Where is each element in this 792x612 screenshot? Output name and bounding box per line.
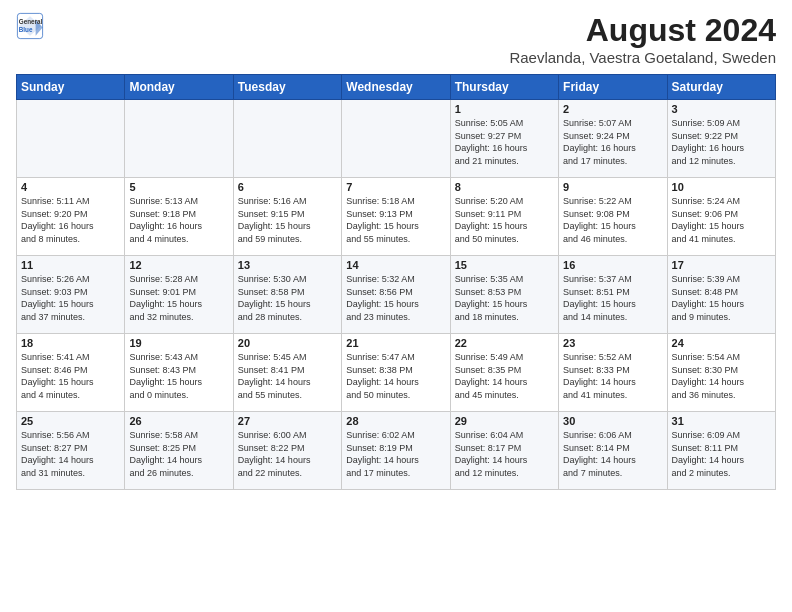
page: General Blue August 2024 Raevlanda, Vaes… (0, 0, 792, 498)
day-number: 6 (238, 181, 337, 193)
logo-icon: General Blue (16, 12, 44, 40)
day-info: Sunrise: 5:22 AM Sunset: 9:08 PM Dayligh… (563, 195, 662, 245)
location: Raevlanda, Vaestra Goetaland, Sweden (509, 49, 776, 66)
day-cell: 6Sunrise: 5:16 AM Sunset: 9:15 PM Daylig… (233, 178, 341, 256)
col-friday: Friday (559, 75, 667, 100)
day-number: 22 (455, 337, 554, 349)
day-info: Sunrise: 5:11 AM Sunset: 9:20 PM Dayligh… (21, 195, 120, 245)
day-cell: 14Sunrise: 5:32 AM Sunset: 8:56 PM Dayli… (342, 256, 450, 334)
day-info: Sunrise: 5:39 AM Sunset: 8:48 PM Dayligh… (672, 273, 771, 323)
day-number: 16 (563, 259, 662, 271)
day-number: 3 (672, 103, 771, 115)
day-cell (233, 100, 341, 178)
day-number: 12 (129, 259, 228, 271)
day-info: Sunrise: 5:28 AM Sunset: 9:01 PM Dayligh… (129, 273, 228, 323)
day-number: 28 (346, 415, 445, 427)
day-cell: 25Sunrise: 5:56 AM Sunset: 8:27 PM Dayli… (17, 412, 125, 490)
day-number: 9 (563, 181, 662, 193)
day-cell: 21Sunrise: 5:47 AM Sunset: 8:38 PM Dayli… (342, 334, 450, 412)
day-cell: 24Sunrise: 5:54 AM Sunset: 8:30 PM Dayli… (667, 334, 775, 412)
day-cell: 1Sunrise: 5:05 AM Sunset: 9:27 PM Daylig… (450, 100, 558, 178)
day-cell: 17Sunrise: 5:39 AM Sunset: 8:48 PM Dayli… (667, 256, 775, 334)
day-info: Sunrise: 6:04 AM Sunset: 8:17 PM Dayligh… (455, 429, 554, 479)
header: General Blue August 2024 Raevlanda, Vaes… (16, 12, 776, 66)
day-info: Sunrise: 5:24 AM Sunset: 9:06 PM Dayligh… (672, 195, 771, 245)
day-cell: 13Sunrise: 5:30 AM Sunset: 8:58 PM Dayli… (233, 256, 341, 334)
day-cell: 27Sunrise: 6:00 AM Sunset: 8:22 PM Dayli… (233, 412, 341, 490)
day-info: Sunrise: 5:45 AM Sunset: 8:41 PM Dayligh… (238, 351, 337, 401)
day-info: Sunrise: 5:09 AM Sunset: 9:22 PM Dayligh… (672, 117, 771, 167)
day-info: Sunrise: 5:16 AM Sunset: 9:15 PM Dayligh… (238, 195, 337, 245)
day-number: 31 (672, 415, 771, 427)
col-thursday: Thursday (450, 75, 558, 100)
day-cell (17, 100, 125, 178)
day-cell: 15Sunrise: 5:35 AM Sunset: 8:53 PM Dayli… (450, 256, 558, 334)
day-number: 27 (238, 415, 337, 427)
day-number: 17 (672, 259, 771, 271)
day-info: Sunrise: 5:20 AM Sunset: 9:11 PM Dayligh… (455, 195, 554, 245)
day-cell: 2Sunrise: 5:07 AM Sunset: 9:24 PM Daylig… (559, 100, 667, 178)
day-number: 19 (129, 337, 228, 349)
day-cell: 26Sunrise: 5:58 AM Sunset: 8:25 PM Dayli… (125, 412, 233, 490)
day-number: 24 (672, 337, 771, 349)
day-info: Sunrise: 5:35 AM Sunset: 8:53 PM Dayligh… (455, 273, 554, 323)
col-tuesday: Tuesday (233, 75, 341, 100)
day-number: 14 (346, 259, 445, 271)
day-info: Sunrise: 5:52 AM Sunset: 8:33 PM Dayligh… (563, 351, 662, 401)
day-number: 21 (346, 337, 445, 349)
month-year: August 2024 (509, 12, 776, 49)
day-cell: 20Sunrise: 5:45 AM Sunset: 8:41 PM Dayli… (233, 334, 341, 412)
day-info: Sunrise: 5:56 AM Sunset: 8:27 PM Dayligh… (21, 429, 120, 479)
week-row-3: 11Sunrise: 5:26 AM Sunset: 9:03 PM Dayli… (17, 256, 776, 334)
day-info: Sunrise: 5:07 AM Sunset: 9:24 PM Dayligh… (563, 117, 662, 167)
day-cell: 9Sunrise: 5:22 AM Sunset: 9:08 PM Daylig… (559, 178, 667, 256)
week-row-1: 1Sunrise: 5:05 AM Sunset: 9:27 PM Daylig… (17, 100, 776, 178)
col-sunday: Sunday (17, 75, 125, 100)
day-number: 4 (21, 181, 120, 193)
day-info: Sunrise: 5:18 AM Sunset: 9:13 PM Dayligh… (346, 195, 445, 245)
day-cell: 8Sunrise: 5:20 AM Sunset: 9:11 PM Daylig… (450, 178, 558, 256)
day-cell: 31Sunrise: 6:09 AM Sunset: 8:11 PM Dayli… (667, 412, 775, 490)
header-row: Sunday Monday Tuesday Wednesday Thursday… (17, 75, 776, 100)
day-cell (342, 100, 450, 178)
day-cell: 3Sunrise: 5:09 AM Sunset: 9:22 PM Daylig… (667, 100, 775, 178)
day-info: Sunrise: 5:58 AM Sunset: 8:25 PM Dayligh… (129, 429, 228, 479)
day-cell: 18Sunrise: 5:41 AM Sunset: 8:46 PM Dayli… (17, 334, 125, 412)
day-number: 5 (129, 181, 228, 193)
day-info: Sunrise: 5:49 AM Sunset: 8:35 PM Dayligh… (455, 351, 554, 401)
day-info: Sunrise: 5:37 AM Sunset: 8:51 PM Dayligh… (563, 273, 662, 323)
day-number: 30 (563, 415, 662, 427)
day-number: 29 (455, 415, 554, 427)
logo: General Blue (16, 12, 48, 40)
svg-text:General: General (19, 18, 43, 25)
day-number: 1 (455, 103, 554, 115)
title-block: August 2024 Raevlanda, Vaestra Goetaland… (509, 12, 776, 66)
day-cell: 7Sunrise: 5:18 AM Sunset: 9:13 PM Daylig… (342, 178, 450, 256)
day-info: Sunrise: 5:32 AM Sunset: 8:56 PM Dayligh… (346, 273, 445, 323)
week-row-4: 18Sunrise: 5:41 AM Sunset: 8:46 PM Dayli… (17, 334, 776, 412)
day-cell: 11Sunrise: 5:26 AM Sunset: 9:03 PM Dayli… (17, 256, 125, 334)
col-wednesday: Wednesday (342, 75, 450, 100)
day-cell: 29Sunrise: 6:04 AM Sunset: 8:17 PM Dayli… (450, 412, 558, 490)
day-info: Sunrise: 6:00 AM Sunset: 8:22 PM Dayligh… (238, 429, 337, 479)
day-number: 15 (455, 259, 554, 271)
day-cell (125, 100, 233, 178)
day-info: Sunrise: 6:02 AM Sunset: 8:19 PM Dayligh… (346, 429, 445, 479)
day-cell: 28Sunrise: 6:02 AM Sunset: 8:19 PM Dayli… (342, 412, 450, 490)
calendar-table: Sunday Monday Tuesday Wednesday Thursday… (16, 74, 776, 490)
day-info: Sunrise: 5:30 AM Sunset: 8:58 PM Dayligh… (238, 273, 337, 323)
day-cell: 12Sunrise: 5:28 AM Sunset: 9:01 PM Dayli… (125, 256, 233, 334)
day-cell: 4Sunrise: 5:11 AM Sunset: 9:20 PM Daylig… (17, 178, 125, 256)
day-info: Sunrise: 5:54 AM Sunset: 8:30 PM Dayligh… (672, 351, 771, 401)
day-cell: 30Sunrise: 6:06 AM Sunset: 8:14 PM Dayli… (559, 412, 667, 490)
day-info: Sunrise: 6:09 AM Sunset: 8:11 PM Dayligh… (672, 429, 771, 479)
day-info: Sunrise: 5:26 AM Sunset: 9:03 PM Dayligh… (21, 273, 120, 323)
day-info: Sunrise: 5:41 AM Sunset: 8:46 PM Dayligh… (21, 351, 120, 401)
day-number: 8 (455, 181, 554, 193)
day-number: 23 (563, 337, 662, 349)
day-cell: 5Sunrise: 5:13 AM Sunset: 9:18 PM Daylig… (125, 178, 233, 256)
day-number: 25 (21, 415, 120, 427)
day-number: 13 (238, 259, 337, 271)
day-info: Sunrise: 5:13 AM Sunset: 9:18 PM Dayligh… (129, 195, 228, 245)
day-cell: 23Sunrise: 5:52 AM Sunset: 8:33 PM Dayli… (559, 334, 667, 412)
